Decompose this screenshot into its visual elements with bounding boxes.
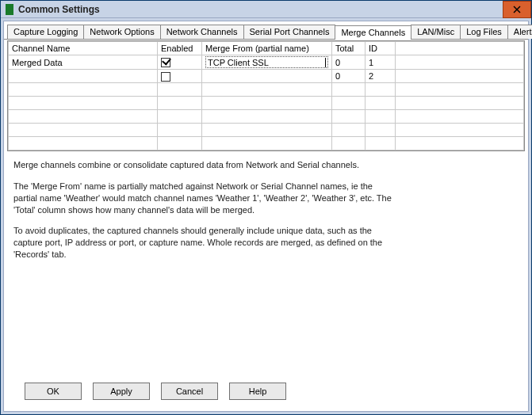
checkbox-icon[interactable]: [161, 58, 170, 67]
cell-blank: [396, 70, 524, 83]
settings-window: Common Settings Capture Logging Network …: [0, 0, 532, 415]
cell-enabled[interactable]: [158, 55, 202, 70]
app-icon: [6, 4, 13, 15]
cell-id: 2: [366, 70, 396, 83]
tab-label: Alerts: [514, 27, 532, 36]
close-button[interactable]: [503, 1, 531, 18]
grid-body: Merged Data TCP Client SSL 0 1: [9, 55, 524, 150]
col-header-id[interactable]: ID: [366, 42, 396, 55]
tab-network-options[interactable]: Network Options: [83, 25, 160, 39]
client-area: Capture Logging Network Options Network …: [3, 21, 529, 412]
cell-blank: [396, 55, 524, 70]
table-row[interactable]: [9, 110, 524, 124]
tab-label: Network Channels: [166, 27, 238, 36]
table-row[interactable]: Merged Data TCP Client SSL 0 1: [9, 55, 524, 70]
window-title: Common Settings: [18, 4, 503, 15]
merge-channels-grid[interactable]: Channel Name Enabled Merge From (partial…: [7, 40, 525, 151]
tab-label: Network Options: [90, 27, 154, 36]
col-header-merge-from[interactable]: Merge From (partial name): [202, 42, 332, 55]
dialog-buttons: OK Apply Cancel Help: [7, 376, 525, 408]
help-button[interactable]: Help: [229, 383, 286, 400]
apply-button[interactable]: Apply: [93, 383, 150, 400]
table-row[interactable]: [9, 124, 524, 137]
button-label: Help: [249, 386, 267, 396]
button-label: Cancel: [176, 386, 203, 396]
table-row[interactable]: [9, 83, 524, 97]
table-row[interactable]: [9, 97, 524, 110]
grid-header-row: Channel Name Enabled Merge From (partial…: [9, 42, 524, 55]
tab-merge-channels[interactable]: Merge Channels: [335, 25, 411, 40]
titlebar: Common Settings: [1, 1, 531, 18]
table-row[interactable]: [9, 137, 524, 150]
col-header-name[interactable]: Channel Name: [9, 42, 158, 55]
tab-serial-port-channels[interactable]: Serial Port Channels: [243, 25, 336, 39]
cell-channel-name[interactable]: [9, 70, 158, 83]
cancel-button[interactable]: Cancel: [161, 383, 218, 400]
tab-capture-logging[interactable]: Capture Logging: [7, 25, 84, 39]
cell-enabled[interactable]: [158, 70, 202, 83]
tab-label: Merge Channels: [341, 28, 405, 37]
col-header-total[interactable]: Total: [332, 42, 366, 55]
cell-total: 0: [332, 55, 366, 70]
col-header-blank: [396, 42, 524, 55]
checkbox-icon[interactable]: [161, 72, 170, 82]
tab-strip: Capture Logging Network Options Network …: [4, 21, 528, 40]
button-label: Apply: [110, 386, 132, 396]
cell-merge-from[interactable]: [202, 70, 332, 83]
tab-label: Capture Logging: [13, 27, 78, 36]
help-paragraph: Merge channels combine or consolidate ca…: [13, 159, 394, 171]
merge-from-input[interactable]: TCP Client SSL: [205, 56, 328, 68]
tab-label: LAN/Misc: [417, 27, 454, 36]
tab-network-channels[interactable]: Network Channels: [160, 25, 244, 39]
help-paragraph: To avoid duplicates, the captured channe…: [13, 225, 394, 261]
tab-lan-misc[interactable]: LAN/Misc: [411, 25, 461, 39]
help-text: Merge channels combine or consolidate ca…: [7, 151, 525, 273]
close-icon: [513, 6, 521, 13]
tab-label: Serial Port Channels: [250, 27, 330, 36]
spacer: [7, 273, 525, 376]
tab-label: Log Files: [466, 27, 502, 36]
col-header-enabled[interactable]: Enabled: [158, 42, 202, 55]
cell-merge-from[interactable]: TCP Client SSL: [202, 55, 332, 70]
ok-button[interactable]: OK: [25, 383, 82, 400]
tab-content: Channel Name Enabled Merge From (partial…: [4, 40, 528, 411]
cell-total: 0: [332, 70, 366, 83]
help-paragraph: The 'Merge From' name is partially match…: [13, 181, 394, 216]
tab-log-files[interactable]: Log Files: [460, 25, 508, 39]
tab-alerts[interactable]: Alerts: [507, 25, 532, 39]
cell-channel-name[interactable]: Merged Data: [9, 55, 158, 70]
button-label: OK: [47, 386, 59, 396]
cell-id: 1: [366, 55, 396, 70]
table-row[interactable]: 0 2: [9, 70, 524, 83]
